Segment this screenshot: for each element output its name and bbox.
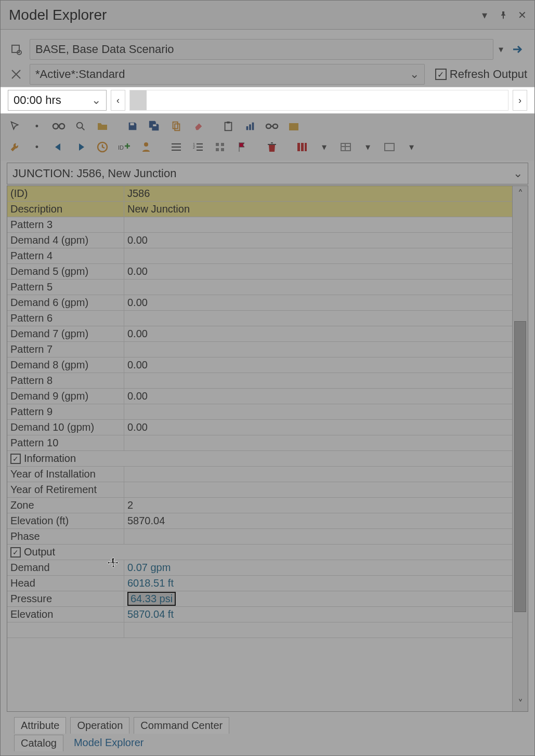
scroll-down-icon[interactable]: ˅ xyxy=(513,696,528,711)
property-value[interactable]: 0.00 xyxy=(124,357,512,373)
info-row[interactable]: Year of Installation xyxy=(7,467,512,482)
scroll-up-icon[interactable]: ˄ xyxy=(513,186,528,202)
scenario-dropdown-icon[interactable]: ▾ xyxy=(499,44,503,55)
table-icon[interactable] xyxy=(336,138,355,156)
time-slider-thumb[interactable] xyxy=(130,90,147,110)
row-description[interactable]: Description New Junction xyxy=(7,202,512,217)
save-all-icon[interactable] xyxy=(145,117,164,136)
chain-icon[interactable] xyxy=(263,117,281,136)
property-row[interactable]: Demand 5 (gpm)0.00 xyxy=(7,264,512,280)
property-row[interactable]: Demand 10 (gpm)0.00 xyxy=(7,420,512,435)
zoom-icon[interactable] xyxy=(71,117,90,136)
value-pressure[interactable]: 64.33 psi xyxy=(124,591,512,606)
property-row[interactable]: Demand 6 (gpm)0.00 xyxy=(7,295,512,311)
info-row[interactable]: Zone2 xyxy=(7,498,512,513)
dataset-icon[interactable] xyxy=(8,66,24,83)
dot-icon[interactable]: • xyxy=(28,117,46,136)
scroll-thumb[interactable] xyxy=(514,321,526,612)
group-information[interactable]: ✓ Information xyxy=(7,451,512,467)
value-elevation[interactable]: 5870.04 ft xyxy=(124,607,512,622)
info-row[interactable]: Elevation (ft)5870.04 xyxy=(7,513,512,529)
value-description[interactable]: New Junction xyxy=(124,202,512,217)
pointer-icon[interactable] xyxy=(6,117,24,136)
chart-icon[interactable] xyxy=(241,117,259,136)
numbered-list-icon[interactable]: 12 xyxy=(189,138,207,156)
refresh-output-checkbox[interactable]: ✓ Refresh Output xyxy=(435,68,527,81)
property-value[interactable] xyxy=(124,248,512,263)
info-row[interactable]: Phase xyxy=(7,529,512,545)
box-icon[interactable] xyxy=(284,117,303,136)
info-value[interactable] xyxy=(124,529,512,544)
paste-icon[interactable] xyxy=(219,117,238,136)
property-value[interactable] xyxy=(124,280,512,295)
row-elevation[interactable]: Elevation 5870.04 ft xyxy=(7,607,512,622)
info-row[interactable]: Year of Retirement xyxy=(7,482,512,498)
property-row[interactable]: Demand 4 (gpm)0.00 xyxy=(7,233,512,248)
time-next-button[interactable]: › xyxy=(513,90,527,111)
columns-icon[interactable] xyxy=(293,138,311,156)
property-row[interactable]: Pattern 6 xyxy=(7,311,512,326)
property-value[interactable] xyxy=(124,404,512,419)
clock-icon[interactable] xyxy=(93,138,112,156)
dropdown1-icon[interactable]: ▾ xyxy=(315,138,333,156)
tab-operation[interactable]: Operation xyxy=(70,717,129,734)
erase-icon[interactable] xyxy=(189,117,207,136)
dropdown3-icon[interactable]: ▾ xyxy=(402,138,421,156)
time-prev-button[interactable]: ‹ xyxy=(111,90,125,111)
property-row[interactable]: Pattern 8 xyxy=(7,373,512,389)
value-head[interactable]: 6018.51 ft xyxy=(124,576,512,591)
info-value[interactable]: 2 xyxy=(124,498,512,513)
vertical-scrollbar[interactable]: ˄ ˅ xyxy=(512,186,528,711)
scenario-goto-button[interactable] xyxy=(508,40,527,59)
property-value[interactable] xyxy=(124,342,512,357)
delete-icon[interactable] xyxy=(263,138,281,156)
element-header-combo[interactable]: JUNCTION: J586, New Junction ⌄ xyxy=(7,163,528,184)
property-value[interactable]: 0.00 xyxy=(124,326,512,341)
tab-attribute[interactable]: Attribute xyxy=(14,717,66,734)
list-icon[interactable] xyxy=(167,138,186,156)
info-value[interactable]: 5870.04 xyxy=(124,513,512,528)
property-row[interactable]: Pattern 9 xyxy=(7,404,512,420)
tab-command-center[interactable]: Command Center xyxy=(134,717,229,734)
person-icon[interactable] xyxy=(137,138,155,156)
id-plus-icon[interactable]: ID xyxy=(115,138,134,156)
table2-icon[interactable] xyxy=(380,138,399,156)
tab-catalog[interactable]: Catalog xyxy=(14,735,63,751)
property-value[interactable] xyxy=(124,435,512,450)
property-row[interactable]: Pattern 3 xyxy=(7,217,512,233)
arrow-left-icon[interactable] xyxy=(49,138,68,156)
dropdown-arrow-icon[interactable]: ▾ xyxy=(477,8,492,22)
copy-icon[interactable] xyxy=(167,117,186,136)
property-value[interactable]: 0.00 xyxy=(124,264,512,279)
row-demand[interactable]: Demand 0.07 gpm xyxy=(7,560,512,576)
pressure-edit-field[interactable]: 64.33 psi xyxy=(127,592,176,606)
dataset-combo[interactable]: *Active*:Standard ⌄ xyxy=(30,64,425,85)
property-row[interactable]: Pattern 10 xyxy=(7,435,512,451)
property-row[interactable]: Pattern 4 xyxy=(7,248,512,264)
arrow-right-icon[interactable] xyxy=(71,138,90,156)
save-icon[interactable] xyxy=(123,117,142,136)
link-icon[interactable] xyxy=(49,117,68,136)
property-row[interactable]: Pattern 7 xyxy=(7,342,512,357)
property-value[interactable]: 0.00 xyxy=(124,233,512,248)
time-dropdown-icon[interactable]: ⌄ xyxy=(92,94,101,107)
info-value[interactable] xyxy=(124,482,512,497)
value-demand[interactable]: 0.07 gpm xyxy=(124,560,512,575)
property-value[interactable]: 0.00 xyxy=(124,295,512,310)
property-value[interactable] xyxy=(124,311,512,326)
property-row[interactable]: Demand 7 (gpm)0.00 xyxy=(7,326,512,342)
pin-icon[interactable] xyxy=(496,8,511,22)
property-row[interactable]: Demand 8 (gpm)0.00 xyxy=(7,357,512,373)
time-combo[interactable]: 00:00 hrs ⌄ xyxy=(8,90,107,111)
wrench-icon[interactable] xyxy=(6,138,24,156)
property-value[interactable]: 0.00 xyxy=(124,389,512,404)
info-value[interactable] xyxy=(124,467,512,482)
property-value[interactable] xyxy=(124,217,512,232)
row-id[interactable]: (ID) J586 xyxy=(7,186,512,202)
scenario-icon[interactable] xyxy=(8,41,24,58)
dot2-icon[interactable]: • xyxy=(28,138,46,156)
property-row[interactable]: Pattern 5 xyxy=(7,280,512,295)
property-value[interactable]: 0.00 xyxy=(124,420,512,435)
folder-icon[interactable] xyxy=(93,117,112,136)
row-pressure[interactable]: Pressure 64.33 psi xyxy=(7,591,512,607)
